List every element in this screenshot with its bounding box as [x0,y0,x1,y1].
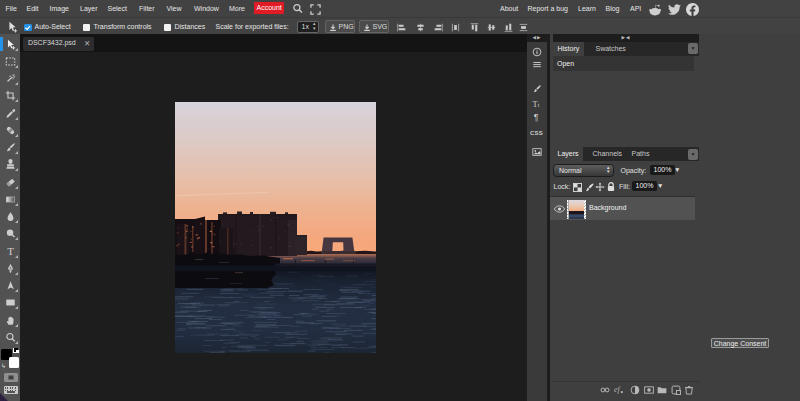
svg-text:¶: ¶ [534,112,539,122]
svg-text:T: T [7,246,14,257]
svg-text:ef: ef [614,385,621,394]
svg-text:T: T [532,100,537,109]
svg-text:t: t [538,102,540,108]
